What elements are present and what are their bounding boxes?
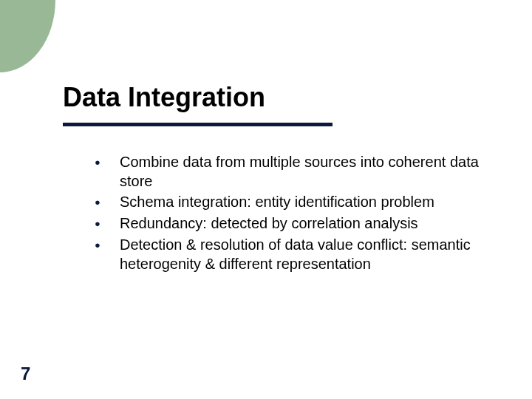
accent-corner [0, 0, 55, 72]
slide: Data Integration ● Combine data from mul… [0, 0, 532, 399]
page-number: 7 [21, 364, 30, 384]
list-item: ● Redundancy: detected by correlation an… [95, 214, 486, 233]
list-item: ● Combine data from multiple sources int… [95, 152, 486, 191]
title-underline [63, 123, 332, 126]
bullet-icon: ● [95, 235, 120, 255]
bullet-list: ● Combine data from multiple sources int… [95, 152, 486, 275]
list-item: ● Detection & resolution of data value c… [95, 235, 486, 273]
bullet-text: Redundancy: detected by correlation anal… [120, 214, 486, 233]
bullet-icon: ● [95, 214, 120, 233]
bullet-text: Combine data from multiple sources into … [120, 152, 486, 191]
list-item: ● Schema integration: entity identificat… [95, 192, 486, 212]
bullet-text: Schema integration: entity identificatio… [120, 192, 486, 211]
bullet-icon: ● [95, 192, 120, 212]
slide-title: Data Integration [63, 83, 265, 112]
bullet-icon: ● [95, 152, 120, 172]
bullet-text: Detection & resolution of data value con… [120, 235, 486, 273]
